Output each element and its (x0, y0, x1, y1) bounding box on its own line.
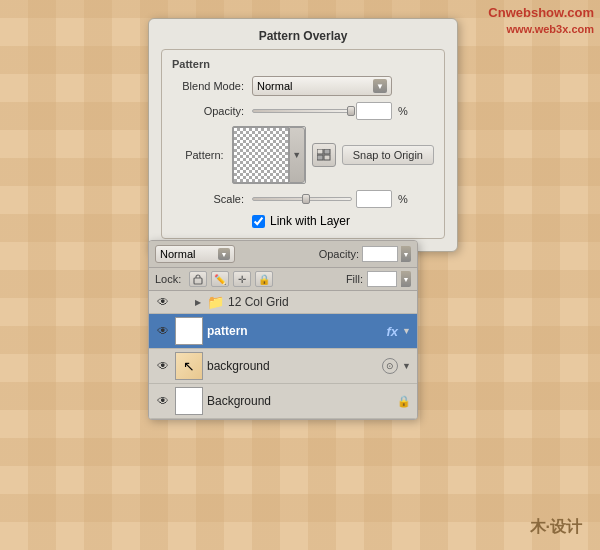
layers-second-bar: Lock: ✏️ ✛ 🔒 Fill: 0% ▼ (149, 268, 417, 291)
scale-slider-track[interactable] (252, 197, 352, 201)
background-layer-name: background (207, 359, 378, 373)
watermark-line1: Cnwebshow.com (488, 4, 594, 22)
watermark: Cnwebshow.com www.web3x.com (488, 4, 594, 38)
layer-group-row: 👁 ▶ 📁 12 Col Grid (149, 291, 417, 314)
lock-transparent-btn[interactable] (189, 271, 207, 287)
opacity-row: Opacity: 100 % (172, 102, 434, 120)
opacity-slider-track[interactable] (252, 109, 352, 113)
Background-layer-name: Background (207, 394, 393, 408)
background-layer-thumbnail: ↖ (175, 352, 203, 380)
pattern-fx-arrow-icon[interactable]: ▼ (402, 326, 411, 336)
fill-arrow-icon[interactable]: ▼ (401, 271, 411, 287)
layers-opacity-arrow-icon[interactable]: ▼ (401, 246, 411, 262)
pattern-picker-icon[interactable] (312, 143, 336, 167)
pattern-layer-eye-icon[interactable]: 👁 (155, 323, 171, 339)
opacity-control: Opacity: 100% ▼ (319, 246, 411, 262)
scale-row: Scale: 100 % (172, 190, 434, 208)
blend-mode-arrow-icon: ▼ (373, 79, 387, 93)
layers-mode-select[interactable]: Normal ▼ (155, 245, 235, 263)
fill-input[interactable]: 0% (367, 271, 397, 287)
pattern-layer-name: pattern (207, 324, 383, 338)
group-name: 12 Col Grid (228, 295, 411, 309)
opacity-label: Opacity: (172, 105, 252, 117)
opacity-slider-container: 100 % (252, 102, 408, 120)
link-layer-label: Link with Layer (270, 214, 350, 228)
layers-top-bar: Normal ▼ Opacity: 100% ▼ (149, 241, 417, 268)
link-layer-row: Link with Layer (252, 214, 434, 228)
pattern-select-row: Pattern: ▼ Snap to Origin (172, 126, 434, 184)
lock-label: Lock: (155, 273, 181, 285)
pattern-preview-box[interactable] (233, 127, 289, 183)
scale-input[interactable]: 100 (356, 190, 392, 208)
Background-lock-icon: 🔒 (397, 395, 411, 408)
pattern-fx-badge: fx (387, 324, 399, 339)
watermark-line2: www.web3x.com (488, 22, 594, 37)
opacity-percent: % (398, 105, 408, 117)
group-eye-icon[interactable]: 👁 (155, 294, 171, 310)
lock-all-btn[interactable]: 🔒 (255, 271, 273, 287)
fill-label: Fill: (346, 273, 363, 285)
scale-percent: % (398, 193, 408, 205)
layer-row-background[interactable]: 👁 ↖ background ⊙ ▼ (149, 349, 417, 384)
pattern-layer-thumbnail (175, 317, 203, 345)
folder-icon: 📁 (207, 294, 224, 310)
scale-slider-container: 100 % (252, 190, 408, 208)
pattern-group: Pattern Blend Mode: Normal ▼ Opacity: 10… (161, 49, 445, 239)
lock-image-btn[interactable]: ✏️ (211, 271, 229, 287)
layers-opacity-input[interactable]: 100% (362, 246, 398, 262)
Background-layer-thumbnail (175, 387, 203, 415)
svg-rect-1 (324, 149, 330, 154)
link-layer-checkbox[interactable] (252, 215, 265, 228)
svg-rect-3 (324, 155, 330, 160)
opacity-slider-thumb[interactable] (347, 106, 355, 116)
group-expand-btn[interactable]: ▶ (195, 298, 201, 307)
svg-rect-0 (317, 149, 323, 154)
panel-title: Pattern Overlay (161, 29, 445, 43)
layer-row-pattern[interactable]: 👁 pattern fx ▼ (149, 314, 417, 349)
scale-slider-thumb[interactable] (302, 194, 310, 204)
background-layer-eye-icon[interactable]: 👁 (155, 358, 171, 374)
scale-label: Scale: (172, 193, 252, 205)
blend-mode-label: Blend Mode: (172, 80, 252, 92)
blend-mode-value: Normal (257, 80, 292, 92)
pattern-group-label: Pattern (172, 58, 434, 70)
opacity-input[interactable]: 100 (356, 102, 392, 120)
svg-rect-2 (317, 155, 323, 160)
layers-mode-arrow-icon: ▼ (218, 248, 230, 260)
blend-mode-row: Blend Mode: Normal ▼ (172, 76, 434, 96)
snap-to-origin-button[interactable]: Snap to Origin (342, 145, 434, 165)
Background-layer-eye-icon[interactable]: 👁 (155, 393, 171, 409)
lock-position-btn[interactable]: ✛ (233, 271, 251, 287)
blend-mode-select[interactable]: Normal ▼ (252, 76, 392, 96)
pattern-label: Pattern: (172, 149, 232, 161)
pattern-dropdown-btn[interactable]: ▼ (289, 127, 305, 183)
svg-rect-4 (194, 278, 202, 284)
pattern-overlay-panel: Pattern Overlay Pattern Blend Mode: Norm… (148, 18, 458, 252)
background-link-arrow-icon[interactable]: ▼ (402, 361, 411, 371)
layers-opacity-label: Opacity: (319, 248, 359, 260)
pattern-preview-area: ▼ Snap to Origin (232, 126, 434, 184)
layer-row-Background[interactable]: 👁 Background 🔒 (149, 384, 417, 419)
layers-mode-value: Normal (160, 248, 195, 260)
signature: 木·设计 (530, 517, 582, 538)
layers-panel: Normal ▼ Opacity: 100% ▼ Lock: ✏️ ✛ 🔒 Fi… (148, 240, 418, 420)
background-link-icon: ⊙ (382, 358, 398, 374)
